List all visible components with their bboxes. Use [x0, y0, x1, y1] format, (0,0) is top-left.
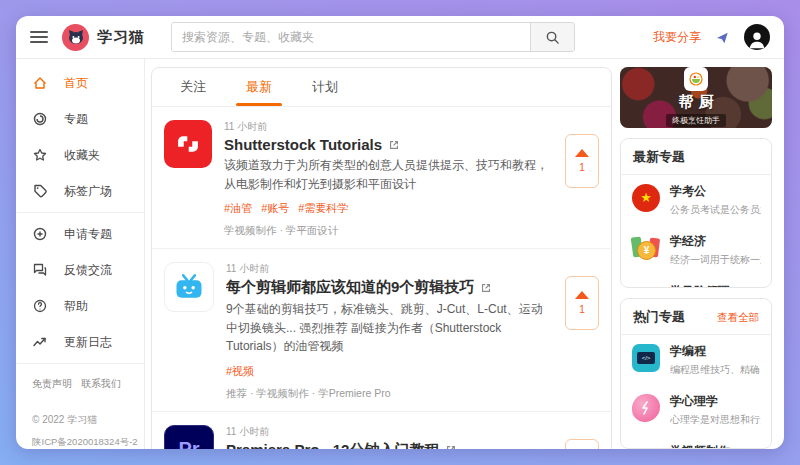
main-content: 关注 最新 计划 11 小时前 Shutters	[145, 59, 620, 449]
sidebar-item-tag-square[interactable]: 标签广场	[16, 173, 144, 209]
sidebar-item-apply-topic[interactable]: 申请专题	[16, 216, 144, 252]
tag[interactable]: #油管	[224, 201, 252, 216]
premiere-icon[interactable]: Pr	[164, 425, 214, 449]
changelog-icon	[32, 334, 48, 350]
user-avatar[interactable]	[744, 24, 770, 50]
vote-count: 1	[579, 304, 585, 315]
chat-icon	[32, 262, 48, 278]
share-link[interactable]: 我要分享	[653, 29, 701, 46]
sidebar-item-feedback[interactable]: 反馈交流	[16, 252, 144, 288]
tag[interactable]: #需要科学	[298, 201, 348, 216]
banner-subtitle: 终极烹饪助手	[666, 114, 726, 127]
external-link-icon[interactable]	[480, 282, 492, 294]
cat-icon	[66, 27, 86, 47]
view-all-link[interactable]: 查看全部	[717, 311, 759, 325]
header-actions: 我要分享	[653, 24, 770, 50]
economy-icon: ¥	[631, 233, 661, 263]
hot-topics-card: 热门专题 查看全部 </> 学编程 编程思维技巧、精确、...	[620, 298, 772, 449]
hamburger-menu-icon[interactable]	[30, 31, 48, 43]
item-categories[interactable]: 推荐 · 学视频制作 · 学Premiere Pro	[226, 387, 553, 401]
civil-exam-icon: ★	[631, 183, 661, 213]
item-categories[interactable]: 学视频制作 · 学平面设计	[224, 224, 553, 238]
topic-item-coding[interactable]: </> 学编程 编程思维技巧、精确、...	[621, 335, 771, 385]
code-glyph: </>	[637, 352, 655, 364]
icp-number[interactable]: 陕ICP备2020018324号-2	[16, 436, 144, 449]
topic-item-economy[interactable]: ¥ 学经济 经济一词用于统称一定...	[621, 225, 771, 275]
sidebar-item-home[interactable]: 首页	[16, 65, 144, 101]
item-tags: #视频	[226, 364, 553, 379]
search-icon	[545, 30, 560, 45]
sidebar-item-label: 帮助	[64, 298, 88, 315]
latest-topics-heading: 最新专题	[633, 148, 685, 166]
sidebar-item-help[interactable]: 帮助	[16, 288, 144, 324]
premiere-glyph: Pr	[178, 438, 199, 449]
search-bar	[171, 22, 575, 52]
topic-title: 学编程	[670, 343, 761, 360]
food-bowl-icon	[688, 71, 704, 87]
hot-topics-heading: 热门专题	[633, 308, 685, 326]
item-title[interactable]: Premiere Pro - 12分钟入门教程	[226, 441, 439, 449]
shutterstock-icon[interactable]	[164, 120, 212, 168]
topic-item-psychology[interactable]: 学心理学 心理学是对思想和行为...	[621, 385, 771, 435]
sidebar-item-topics[interactable]: 专题	[16, 101, 144, 137]
feed-item: 11 小时前 每个剪辑师都应该知道的9个剪辑技巧 9个基础的剪辑技巧，标准镜头、…	[152, 249, 611, 412]
item-time: 11 小时前	[226, 262, 553, 276]
header: 学习猫 我要分享	[16, 16, 784, 59]
external-link-icon[interactable]	[445, 444, 457, 449]
topic-item-kaogong[interactable]: ★ 学考公 公务员考试是公务员主...	[621, 175, 771, 225]
feed-card: 关注 最新 计划 11 小时前 Shutters	[151, 67, 612, 449]
upvote-button[interactable]: 1	[565, 134, 599, 188]
zigzag-glyph	[640, 401, 652, 415]
flag-star-glyph: ★	[640, 190, 652, 205]
tag[interactable]: #账号	[261, 201, 289, 216]
topic-desc: 心理学是对思想和行为...	[670, 413, 761, 427]
tab-latest[interactable]: 最新	[232, 68, 286, 106]
tag[interactable]: #视频	[226, 364, 254, 379]
topic-title: 学经济	[670, 233, 761, 250]
search-input[interactable]	[172, 23, 530, 51]
tab-follow[interactable]: 关注	[166, 68, 220, 106]
sidebar-footer-links: 免责声明 联系我们	[16, 377, 144, 391]
yuan-glyph: ¥	[644, 245, 650, 256]
item-time: 11 小时前	[226, 425, 553, 439]
sidebar-item-label: 首页	[64, 75, 88, 92]
topic-desc: 编程思维技巧、精确、...	[670, 363, 761, 377]
disclaimer-link[interactable]: 免责声明	[32, 377, 72, 391]
banner-title: 帮厨	[674, 93, 719, 112]
paper-plane-icon[interactable]	[715, 30, 730, 45]
sidebar-item-changelog[interactable]: 更新日志	[16, 324, 144, 360]
site-logo[interactable]	[62, 24, 89, 51]
upvote-button[interactable]: 1	[565, 439, 599, 449]
feed-item: 11 小时前 Shutterstock Tutorials 该频道致力于为所有类…	[152, 107, 611, 249]
topic-title: 学视频制作	[670, 443, 761, 449]
upvote-arrow-icon	[575, 149, 589, 157]
item-title[interactable]: Shutterstock Tutorials	[224, 136, 382, 153]
banner-logo	[684, 67, 708, 91]
plus-circle-icon	[32, 226, 48, 242]
site-title: 学习猫	[97, 28, 145, 47]
risk-gauge-icon	[631, 283, 661, 289]
promo-banner[interactable]: 帮厨 终极烹饪助手	[620, 67, 772, 128]
sidebar-item-favorites[interactable]: 收藏夹	[16, 137, 144, 173]
topic-item-risk[interactable]: 学风险管理 风险管理（risk manage...	[621, 275, 771, 289]
topics-icon	[32, 111, 48, 127]
item-title[interactable]: 每个剪辑师都应该知道的9个剪辑技巧	[226, 278, 474, 297]
topic-desc: 经济一词用于统称一定...	[670, 253, 761, 267]
upvote-arrow-icon	[575, 291, 589, 299]
latest-topics-card: 最新专题 ★ 学考公 公务员考试是公务员主... ¥	[620, 138, 772, 289]
contact-link[interactable]: 联系我们	[81, 377, 121, 391]
sidebar-item-label: 申请专题	[64, 226, 112, 243]
bilibili-icon[interactable]	[164, 262, 214, 312]
shutterstock-logo-glyph	[171, 127, 205, 161]
sidebar-item-label: 收藏夹	[64, 147, 100, 164]
external-link-icon[interactable]	[388, 139, 400, 151]
feed-tabs: 关注 最新 计划	[152, 68, 611, 107]
app-window: 学习猫 我要分享	[16, 16, 784, 449]
star-icon	[32, 147, 48, 163]
tab-plan[interactable]: 计划	[298, 68, 352, 106]
topic-item-video-making[interactable]: 学视频制作 学习视频制作	[621, 435, 771, 449]
upvote-button[interactable]: 1	[565, 276, 599, 330]
psychology-icon	[631, 393, 661, 423]
search-button[interactable]	[530, 23, 574, 51]
item-time: 11 小时前	[224, 120, 553, 134]
